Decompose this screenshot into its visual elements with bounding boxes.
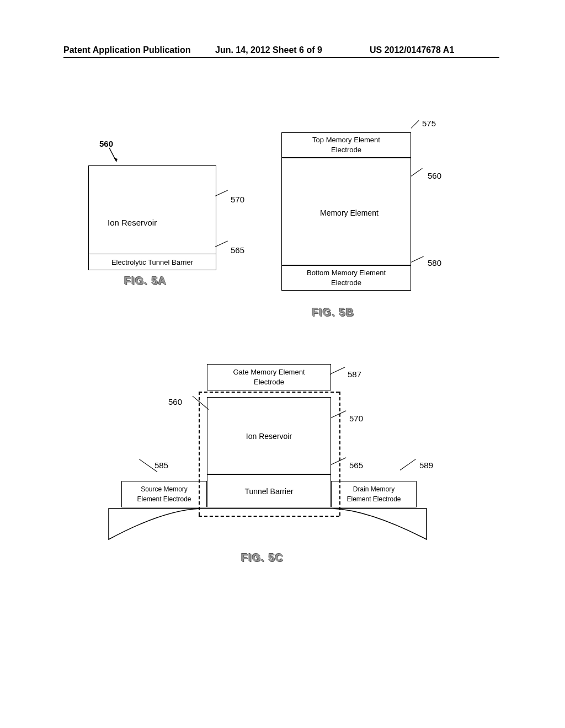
fig5a-arrow-560-icon [108,146,119,163]
fig5c-source-electrode-box: Source Memory Element Electrode [121,481,207,507]
fig5c-tunnel-barrier-box: Tunnel Barrier [207,474,331,507]
svg-marker-1 [114,158,118,162]
fig5c-ref-565: 565 [349,461,363,470]
fig5c-drain-line2: Element Electrode [347,495,401,503]
header-divider [63,57,499,58]
header-patent-number: US 2012/0147678 A1 [370,45,454,55]
fig5b-bottom-electrode-box: Bottom Memory Element Electrode [281,265,411,291]
fig5a-ion-reservoir-label: Ion Reservoir [108,218,157,227]
fig5b-bottom-electrode-line2: Electrode [331,279,361,287]
fig5a-ref-570: 570 [231,195,244,204]
fig5c-ref-585: 585 [154,461,168,470]
fig5c-source-line1: Source Memory [141,485,188,493]
header-date-sheet: Jun. 14, 2012 Sheet 6 of 9 [215,45,322,55]
fig5c-leader-587 [330,367,345,374]
fig5c-ref-587: 587 [348,370,361,379]
fig5c-source-line2: Element Electrode [137,495,191,503]
fig5c-leader-589 [400,459,416,470]
fig5c-leader-565 [331,457,347,465]
fig5b-ref-580: 580 [428,258,441,267]
fig5c-ref-560: 560 [168,397,182,406]
fig5b-ref-560: 560 [428,171,441,180]
fig5b-leader-560 [411,168,423,176]
fig5b-caption: FIG. 5B [312,306,354,319]
fig5b-ref-575: 575 [422,119,436,128]
fig5c-substrate-icon [108,507,428,543]
fig5c-ref-589: 589 [419,461,433,470]
fig5b-top-electrode-line2: Electrode [331,146,361,154]
fig5c-ref-570: 570 [349,414,363,423]
fig5c-gate-line1: Gate Memory Element [233,368,305,376]
fig5b-bottom-electrode-line1: Bottom Memory Element [307,269,386,277]
fig5c-drain-electrode-box: Drain Memory Element Electrode [331,481,417,507]
fig5b-top-electrode-line1: Top Memory Element [312,136,380,144]
fig5c-gate-electrode-box: Gate Memory Element Electrode [207,364,331,390]
fig5b-leader-575 [411,120,419,129]
fig5b-leader-580 [411,256,424,262]
fig5c-gate-line2: Electrode [254,378,284,386]
fig5c-ion-reservoir-box: Ion Reservoir [207,397,331,474]
fig5c-leader-570 [331,410,347,418]
fig5c-leader-560 [193,396,209,410]
fig5a-tunnel-barrier-box: Electrolytic Tunnel Barrier [88,254,216,270]
fig5c-drain-line1: Drain Memory [353,485,395,493]
fig5b-memory-element-label: Memory Element [320,208,379,217]
fig5a-leader-565 [215,240,228,247]
fig5a-leader-570 [215,190,228,196]
fig5a-ref-565: 565 [231,245,244,255]
fig5b-top-electrode-box: Top Memory Element Electrode [281,132,411,158]
header-publication: Patent Application Publication [63,45,191,55]
fig5c-dashed-top [199,392,339,393]
fig5c-caption: FIG. 5C [241,552,284,564]
fig5a-caption: FIG. 5A [124,275,167,287]
